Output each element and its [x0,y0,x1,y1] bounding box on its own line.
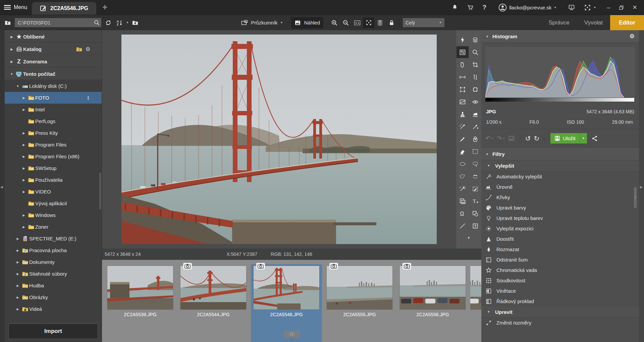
histogram-section-header[interactable]: ▼ Histogram ⚙ [481,30,639,43]
tool-heal-brush[interactable] [470,121,481,132]
chevron-down-icon[interactable]: ▼ [126,21,129,24]
preview-mode-button[interactable]: Náhled [291,17,323,28]
collapse-left-icon[interactable]: ◀ [0,185,3,189]
explorer-mode-button[interactable]: Průzkumník ▼ [237,17,286,28]
image-canvas[interactable] [102,30,456,248]
restore-button[interactable] [614,0,628,15]
tool-iron[interactable] [470,109,481,120]
chevron-right-icon[interactable]: ▶ [21,108,27,111]
close-button[interactable]: × [628,0,641,15]
chevron-right-icon[interactable]: ▶ [15,261,21,264]
filter-vignette[interactable]: Vinětace [481,286,639,296]
tool-ellipse-select[interactable] [457,158,468,169]
search-icon[interactable] [94,19,100,26]
add-folder-icon[interactable] [76,46,83,53]
chevron-right-icon[interactable]: ▶ [21,96,27,100]
filter-wand[interactable]: Automaticky vylepšit [481,171,639,182]
chevron-right-icon[interactable]: ▶ [21,214,27,217]
rotate-right-button[interactable]: ↻ [534,134,539,142]
filter-levels[interactable]: Úrovně [481,182,639,192]
zoom-in-button[interactable] [329,17,340,28]
new-tab-button[interactable]: + [102,1,107,13]
sort-button[interactable]: AZ [114,17,125,28]
tool-retouch-brush[interactable] [457,121,468,132]
tool-horizon[interactable] [457,96,468,107]
tool-paint-bucket[interactable] [470,133,481,145]
filmstrip-thumbnail[interactable]: 2C2A5555.JPG [324,264,395,342]
tool-hand[interactable] [457,59,468,70]
workspace-manager[interactable]: Správce [541,19,577,26]
tool-show-preview[interactable] [470,96,481,107]
chevron-right-icon[interactable]: ▶ [9,48,15,51]
filmstrip-thumbnail-partial[interactable] [470,264,481,342]
chevron-right-icon[interactable]: ▶ [15,307,21,311]
refresh-button[interactable] [103,17,114,28]
sidebar-item[interactable]: PerfLogs [5,115,102,127]
sidebar-item[interactable]: ▶ Program Files [5,139,102,151]
sidebar-item[interactable]: ▶ Windows [5,209,102,221]
sidebar-item[interactable]: ▼ Lokálny disk (C:) [5,80,102,92]
sidebar-item[interactable]: ▶ Zoner [5,221,102,233]
filmstrip-thumbnail[interactable]: 2C2A5556.JPG [397,264,468,342]
chevron-right-icon[interactable]: ▶ [9,60,15,63]
sidebar-scrollbar[interactable] [99,173,101,210]
sidebar-item[interactable]: ▶ ★ Oblíbené [5,31,102,43]
tool-magic-wand[interactable] [457,183,468,194]
fit-width-button[interactable] [374,17,386,28]
tool-selection-brush[interactable] [470,183,481,194]
filmstrip-thumbnail[interactable]: 2C2A5539.JPG [105,264,176,342]
filter-curve[interactable]: Křivky [481,192,639,203]
filter-blur[interactable]: Rozmazat [481,244,639,254]
filter-palette[interactable]: Upravit barvy [481,203,639,213]
sidebar-item[interactable]: ▶ Z Zonerama [5,55,102,68]
account-menu[interactable]: llacko@pcrevue.sk ▼ [494,3,561,12]
chevron-right-icon[interactable]: ▶ [21,155,27,158]
tool-flash[interactable] [457,34,468,45]
filter-bulb[interactable]: Upravit teplotu barev [481,213,639,223]
chevron-right-icon[interactable]: ▶ [21,225,27,229]
fullscreen-button[interactable]: ▼ [580,4,600,11]
tool-quick-edits[interactable] [457,47,468,58]
filmstrip-thumbnail[interactable]: 2C2A5544.JPG [178,264,249,342]
filmstrip-resize-handle[interactable] [284,331,300,337]
tool-polygon-lasso[interactable] [457,171,468,182]
compare-image-button[interactable] [508,135,515,142]
chevron-right-icon[interactable]: ▶ [21,178,27,182]
second-monitor-button[interactable]: 2 [564,4,580,11]
workspace-develop[interactable]: Vyvolat [577,19,610,26]
tool-layers[interactable] [470,34,481,45]
chevron-right-icon[interactable]: ▶ [21,131,27,135]
filmstrip-collapse-icon[interactable]: ▼ [290,338,293,342]
tool-magnetic-lasso[interactable] [470,171,481,182]
chevron-right-icon[interactable]: ▶ [15,237,21,240]
tool-symbol[interactable]: Ω [457,208,468,219]
sidebar-item[interactable]: ▶ Program Files (x86) [5,151,102,162]
folder-up-button[interactable] [2,17,13,28]
chevron-right-icon[interactable]: ▶ [15,296,21,299]
tool-place-image[interactable] [470,220,481,231]
zoom-out-button[interactable] [340,17,352,28]
filter-exposure[interactable]: Vylepšit expozici [481,223,639,234]
sidebar-item[interactable]: ▶ FOTO ▲▼ [5,92,102,104]
shop-button[interactable] [463,4,478,11]
tool-line[interactable] [457,220,468,231]
import-button[interactable]: Import [8,324,98,339]
tab-active-image[interactable]: 2C2A5546.JPG [32,2,96,15]
gear-icon[interactable]: ⚙ [86,46,90,53]
tools-more-chevron-icon[interactable]: ▼ [467,236,471,240]
zoom-mode-select[interactable]: Celý ▼ [403,18,444,27]
main-menu-button[interactable]: Menu [0,0,27,15]
tool-eraser[interactable] [457,146,468,157]
share-button[interactable] [591,135,598,142]
sidebar-item[interactable]: ▶ SWSetup [5,162,102,174]
filter-noise[interactable]: Odstranit šum [481,254,639,265]
sidebar-item[interactable]: ▶ Stiahnuté súbory [5,268,102,280]
sidebar-item[interactable]: ▶ Press Kity [5,127,102,139]
help-button[interactable]: ? [478,4,491,11]
chevron-right-icon[interactable]: ▶ [15,284,21,287]
tool-crop[interactable] [470,59,481,70]
chevron-down-icon[interactable]: ▼ [15,84,21,88]
notifications-button[interactable] [447,4,463,11]
chevron-right-icon[interactable]: ▶ [15,249,21,252]
filters-section-header[interactable]: ▼ Filtry [481,148,639,160]
